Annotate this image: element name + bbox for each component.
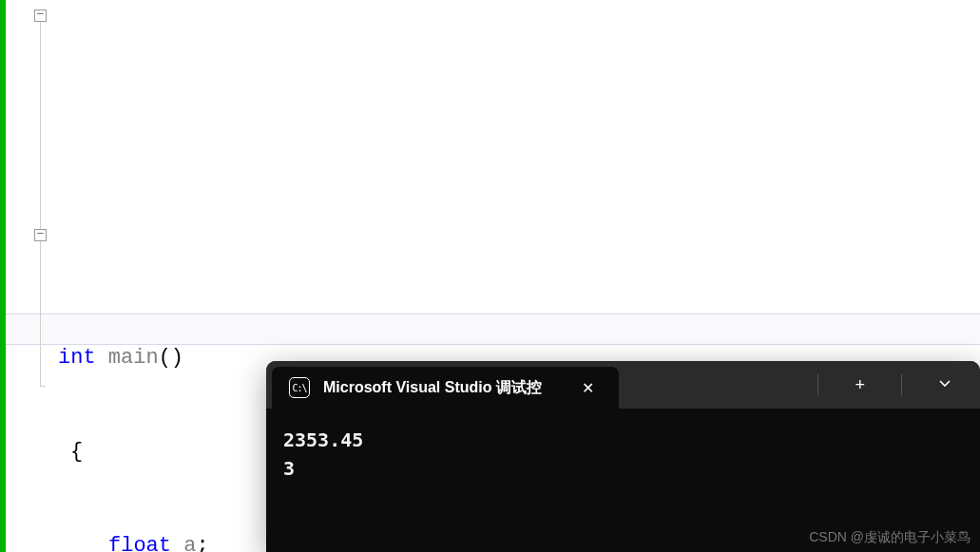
- titlebar-controls: +: [817, 361, 961, 409]
- current-line-highlight: [6, 314, 980, 345]
- semicolon: ;: [196, 534, 208, 552]
- terminal-tab[interactable]: C:\ Microsoft Visual Studio 调试控 ✕: [272, 367, 619, 409]
- terminal-tab-title: Microsoft Visual Studio 调试控: [323, 378, 542, 398]
- parens: (): [159, 346, 183, 370]
- fold-end-cap: [40, 386, 46, 387]
- new-tab-button[interactable]: +: [845, 370, 874, 401]
- fold-toggle-icon[interactable]: −: [34, 229, 47, 241]
- output-line: 2353.45: [283, 426, 963, 454]
- ident-a: a: [171, 534, 196, 552]
- output-line: 3: [283, 454, 963, 483]
- fold-guide-line: [40, 22, 41, 386]
- close-icon[interactable]: ✕: [574, 375, 602, 401]
- divider: [901, 374, 902, 395]
- divider: [817, 374, 818, 395]
- terminal-icon-text: C:\: [292, 383, 306, 393]
- terminal-icon: C:\: [289, 377, 310, 398]
- func-main: main: [108, 346, 159, 370]
- terminal-output[interactable]: 2353.45 3: [266, 409, 980, 500]
- watermark-text: CSDN @虔诚的电子小菜鸟: [809, 529, 970, 546]
- chevron-down-icon: [938, 377, 951, 390]
- keyword-float: float: [108, 534, 171, 552]
- terminal-titlebar[interactable]: C:\ Microsoft Visual Studio 调试控 ✕ +: [266, 361, 980, 409]
- brace-open: {: [70, 440, 83, 464]
- fold-toggle-icon[interactable]: −: [34, 10, 47, 22]
- tab-dropdown-button[interactable]: [929, 370, 961, 401]
- debug-console-window: C:\ Microsoft Visual Studio 调试控 ✕ + 2353…: [266, 361, 980, 552]
- keyword-int: int: [58, 346, 96, 370]
